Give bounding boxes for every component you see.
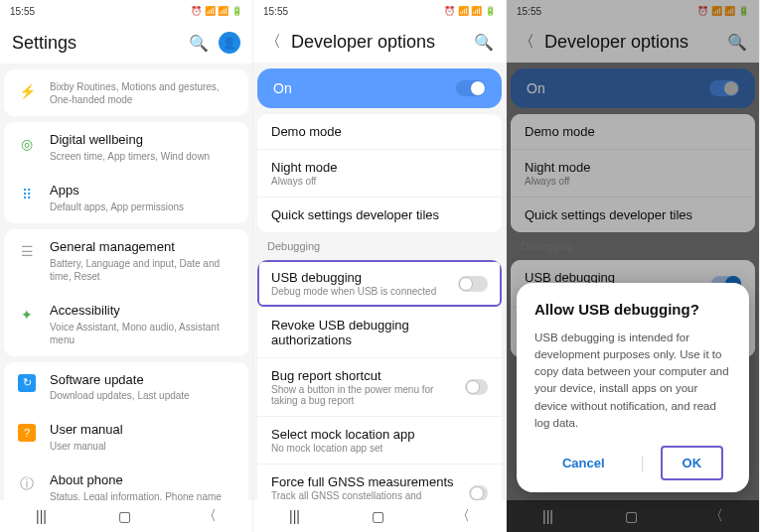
row-digital-wellbeing[interactable]: ◎ Digital wellbeing Screen time, App tim… [4, 122, 248, 173]
bug-report-toggle[interactable] [465, 379, 488, 395]
nav-bar: ||| ▢ 〈 [253, 500, 506, 532]
nav-back[interactable]: 〈 [203, 507, 217, 525]
status-indicators: ⏰ 📶 📶 🔋 [191, 6, 242, 16]
advanced-icon: ⚡ [17, 81, 37, 101]
usb-debugging-dialog: Allow USB debugging? USB debugging is in… [517, 283, 749, 493]
nav-home[interactable]: ▢ [372, 508, 384, 524]
row-apps[interactable]: ⠿ Apps Default apps, App permissions [4, 173, 248, 223]
status-indicators: ⏰ 📶 📶 🔋 [444, 6, 496, 16]
panel-developer-options: 15:55 ⏰ 📶 📶 🔋 〈 Developer options 🔍 On D… [253, 0, 507, 532]
page-title: Developer options [291, 32, 464, 53]
row-software-update[interactable]: ↻ Software update Download updates, Last… [4, 362, 248, 413]
nav-back[interactable]: 〈 [709, 507, 723, 525]
nav-bar: ||| ▢ 〈 [0, 500, 252, 532]
nav-bar: ||| ▢ 〈 [507, 500, 759, 532]
dialog-body: USB debugging is intended for developmen… [534, 330, 731, 433]
row-night-mode: Night mode Always off [511, 149, 755, 197]
nav-recent[interactable]: ||| [36, 508, 47, 524]
header: Settings 🔍 👤 [0, 22, 252, 64]
gnss-toggle[interactable] [469, 485, 488, 501]
status-bar: 15:55 ⏰ 📶 📶 🔋 [507, 0, 759, 22]
nav-recent[interactable]: ||| [289, 508, 300, 524]
nav-home[interactable]: ▢ [118, 508, 131, 524]
row-mock-location[interactable]: Select mock location app No mock locatio… [257, 416, 502, 464]
search-icon[interactable]: 🔍 [474, 33, 494, 52]
profile-icon[interactable]: 👤 [219, 32, 240, 54]
panel-usb-dialog: 15:55 ⏰ 📶 📶 🔋 〈 Developer options 🔍 On D… [507, 0, 760, 532]
info-icon: ⓘ [17, 474, 37, 494]
manual-icon: ? [18, 424, 36, 442]
section-debugging: Debugging [253, 232, 506, 256]
row-accessibility[interactable]: ✦ Accessibility Voice Assistant, Mono au… [4, 293, 248, 356]
row-quick-settings-tiles[interactable]: Quick settings developer tiles [257, 197, 502, 232]
row-demo-mode: Demo mode [511, 114, 755, 149]
section-debugging: Debugging [507, 232, 759, 256]
nav-back[interactable]: 〈 [456, 507, 470, 525]
row-demo-mode[interactable]: Demo mode [257, 114, 502, 149]
header: 〈 Developer options 🔍 [253, 22, 506, 63]
wellbeing-icon: ◎ [17, 134, 37, 154]
page-title: Developer options [544, 32, 717, 53]
row-usb-debugging[interactable]: USB debugging Debug mode when USB is con… [257, 260, 502, 307]
master-toggle[interactable] [456, 80, 486, 96]
master-toggle-row: On [511, 68, 755, 108]
page-title: Settings [12, 33, 179, 54]
usb-debugging-toggle[interactable] [458, 276, 488, 292]
on-label: On [273, 80, 292, 96]
update-icon: ↻ [18, 374, 36, 392]
cancel-button[interactable]: Cancel [542, 448, 625, 478]
apps-icon: ⠿ [17, 185, 37, 204]
row-quick-settings-tiles: Quick settings developer tiles [511, 197, 755, 232]
panel-settings: 15:55 ⏰ 📶 📶 🔋 Settings 🔍 👤 ⚡ Bixby Routi… [0, 0, 253, 532]
ok-button[interactable]: OK [661, 446, 724, 480]
master-toggle-row[interactable]: On [257, 68, 502, 108]
on-label: On [527, 80, 545, 96]
status-indicators: ⏰ 📶 📶 🔋 [697, 6, 749, 16]
header: 〈 Developer options 🔍 [507, 22, 759, 63]
management-icon: ☰ [17, 241, 37, 261]
clock: 15:55 [263, 6, 288, 17]
search-icon[interactable]: 🔍 [189, 34, 209, 53]
row-revoke-usb[interactable]: Revoke USB debugging authorizations [257, 307, 502, 357]
status-bar: 15:55 ⏰ 📶 📶 🔋 [253, 0, 506, 22]
clock: 15:55 [10, 6, 35, 17]
row-user-manual[interactable]: ? User manual User manual [4, 412, 248, 463]
clock: 15:55 [517, 6, 541, 17]
master-toggle [709, 80, 739, 96]
back-icon: 〈 [519, 32, 534, 53]
row-bug-report-shortcut[interactable]: Bug report shortcut Show a button in the… [257, 357, 502, 416]
dialog-title: Allow USB debugging? [534, 301, 731, 318]
row-night-mode[interactable]: Night mode Always off [257, 149, 502, 197]
row-general-management[interactable]: ☰ General management Battery, Language a… [4, 229, 248, 293]
back-icon[interactable]: 〈 [265, 32, 281, 53]
search-icon: 🔍 [727, 33, 747, 52]
accessibility-icon: ✦ [17, 305, 37, 325]
row-bixby[interactable]: ⚡ Bixby Routines, Motions and gestures, … [4, 69, 248, 116]
nav-home[interactable]: ▢ [625, 508, 638, 524]
status-bar: 15:55 ⏰ 📶 📶 🔋 [0, 0, 252, 22]
nav-recent[interactable]: ||| [542, 508, 553, 524]
